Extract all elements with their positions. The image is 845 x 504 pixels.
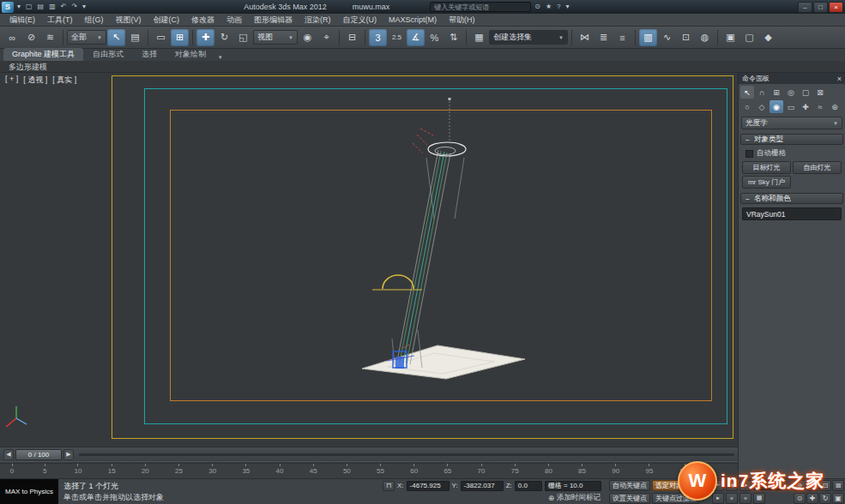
category-shapes-icon[interactable]: ◇ bbox=[755, 100, 769, 113]
new-scene-icon[interactable]: ▢ bbox=[24, 1, 34, 13]
tab-create-icon[interactable]: ↖ bbox=[740, 86, 754, 99]
select-object-icon[interactable]: ↖ bbox=[107, 29, 125, 46]
selection-filter-dropdown[interactable]: 全部 ▼ bbox=[67, 30, 106, 45]
select-by-name-icon[interactable]: ▤ bbox=[126, 29, 144, 46]
tab-modify-icon[interactable]: ∩ bbox=[755, 86, 769, 99]
search-icon[interactable]: ⊙ bbox=[533, 1, 542, 13]
edit-named-selection-icon[interactable]: ▦ bbox=[470, 29, 488, 46]
maxscript-mini-listener[interactable]: MAX to Physics bbox=[0, 479, 58, 504]
ribbon-tab-object-paint[interactable]: 对象绘制 bbox=[166, 48, 214, 61]
object-name-field[interactable]: VRaySun01 bbox=[742, 207, 842, 220]
time-slider-track[interactable] bbox=[79, 453, 734, 456]
orbit-icon[interactable]: ↻ bbox=[819, 493, 831, 504]
previous-frame-icon[interactable]: ◀ bbox=[726, 480, 738, 491]
time-configuration-icon[interactable]: ▦ bbox=[753, 493, 765, 504]
tab-motion-icon[interactable]: ◎ bbox=[784, 86, 798, 99]
app-menu-caret-icon[interactable]: ▾ bbox=[15, 1, 22, 13]
named-selection-set-dropdown[interactable]: 创建选择集 ▼ bbox=[489, 30, 568, 45]
menu-item-rendering[interactable]: 渲染(R) bbox=[299, 14, 337, 27]
x-coordinate-field[interactable]: -4675.925 bbox=[407, 481, 450, 491]
target-light-button[interactable]: 目标灯光 bbox=[742, 161, 791, 174]
infocenter-caret-icon[interactable]: ▾ bbox=[564, 1, 571, 13]
menu-item-modifiers[interactable]: 修改器 bbox=[185, 14, 220, 27]
menu-item-help[interactable]: 帮助(H) bbox=[443, 14, 481, 27]
tab-utilities-icon[interactable]: ⊠ bbox=[813, 86, 827, 99]
menu-item-animation[interactable]: 动画 bbox=[220, 14, 248, 27]
pan-icon[interactable]: ✚ bbox=[806, 493, 818, 504]
bind-to-spacewarp-icon[interactable]: ≋ bbox=[41, 29, 59, 46]
select-and-move-icon[interactable]: ✚ bbox=[196, 29, 214, 46]
play-animation-icon[interactable]: ▶ bbox=[739, 480, 751, 491]
snap-toggle-25d-icon[interactable]: 2.5 bbox=[388, 29, 406, 46]
free-light-button[interactable]: 自由灯光 bbox=[793, 161, 842, 174]
category-lights-icon[interactable]: ◉ bbox=[770, 100, 783, 113]
tab-hierarchy-icon[interactable]: ⊞ bbox=[770, 86, 783, 99]
zoom-icon[interactable]: ⊕ bbox=[794, 480, 806, 491]
restore-button[interactable]: □ bbox=[813, 2, 828, 13]
y-coordinate-field[interactable]: -3822.037 bbox=[461, 481, 504, 491]
maximize-viewport-icon[interactable]: ▣ bbox=[832, 493, 844, 504]
quick-access-caret-icon[interactable]: ▾ bbox=[81, 1, 88, 13]
menu-item-create[interactable]: 创建(C) bbox=[148, 14, 186, 27]
menu-item-group[interactable]: 组(G) bbox=[79, 14, 110, 27]
rendered-frame-window-icon[interactable]: ▢ bbox=[740, 29, 758, 46]
light-type-dropdown[interactable]: 光度学 ▼ bbox=[741, 117, 842, 129]
select-and-manipulate-icon[interactable]: ⌖ bbox=[317, 29, 335, 46]
graphite-ribbon-toggle-icon[interactable]: ▥ bbox=[639, 29, 657, 46]
mr-sky-portal-button[interactable]: mr Sky 门户 bbox=[742, 176, 791, 189]
unlink-selection-icon[interactable]: ⊘ bbox=[22, 29, 40, 46]
align-icon[interactable]: ≣ bbox=[595, 29, 613, 46]
infocenter-search-input[interactable] bbox=[430, 2, 531, 12]
menu-item-customize[interactable]: 自定义(U) bbox=[337, 14, 383, 27]
rewind-icon[interactable]: « bbox=[726, 493, 738, 504]
zoom-region-icon[interactable]: ⊠ bbox=[832, 480, 844, 491]
render-setup-icon[interactable]: ▣ bbox=[721, 29, 739, 46]
select-and-scale-icon[interactable]: ◱ bbox=[234, 29, 252, 46]
select-and-link-icon[interactable]: ∞ bbox=[3, 29, 21, 46]
category-spacewarps-icon[interactable]: ≈ bbox=[813, 100, 827, 113]
material-editor-icon[interactable]: ◍ bbox=[696, 29, 714, 46]
zoom-extents-icon[interactable]: ⊡ bbox=[819, 480, 831, 491]
curve-editor-icon[interactable]: ∿ bbox=[658, 29, 676, 46]
category-systems-icon[interactable]: ⊛ bbox=[828, 100, 842, 113]
favorites-star-icon[interactable]: ★ bbox=[544, 1, 553, 13]
add-time-tag-button[interactable]: 添加时间标记 bbox=[557, 493, 601, 503]
snap-toggle-3d-icon[interactable]: 3 bbox=[369, 29, 387, 46]
menu-item-edit[interactable]: 编辑(E) bbox=[3, 14, 41, 27]
autogrid-checkbox[interactable] bbox=[745, 150, 753, 158]
category-cameras-icon[interactable]: ▭ bbox=[784, 100, 798, 113]
help-icon[interactable]: ? bbox=[555, 1, 562, 13]
rollout-name-color[interactable]: − 名称和颜色 bbox=[740, 193, 843, 204]
tab-display-icon[interactable]: ▢ bbox=[799, 86, 812, 99]
menu-item-graph-editors[interactable]: 图形编辑器 bbox=[248, 14, 299, 27]
ribbon-collapse-icon[interactable]: ▾ bbox=[215, 54, 226, 61]
zoom-all-icon[interactable]: ⊞ bbox=[806, 480, 818, 491]
fast-forward-icon[interactable]: » bbox=[739, 493, 751, 504]
spinner-snap-icon[interactable]: ⇅ bbox=[444, 29, 462, 46]
key-mode-toggle-icon[interactable]: ▸ bbox=[712, 493, 724, 504]
ribbon-tab-selection[interactable]: 选择 bbox=[133, 48, 166, 61]
time-slider-handle[interactable]: 0 / 100 bbox=[15, 449, 62, 460]
open-file-icon[interactable]: ▤ bbox=[36, 1, 46, 13]
angle-snap-icon[interactable]: ∡ bbox=[407, 29, 425, 46]
ribbon-panel-polygon-modeling[interactable]: 多边形建模 bbox=[0, 61, 845, 73]
minimize-button[interactable]: – bbox=[798, 2, 812, 13]
use-pivot-center-icon[interactable]: ◉ bbox=[299, 29, 317, 46]
viewport-shading-button[interactable]: [ 真实 ] bbox=[52, 75, 76, 86]
scene-model-streetlamp[interactable] bbox=[0, 73, 738, 447]
field-of-view-icon[interactable]: ⊙ bbox=[794, 493, 806, 504]
redo-icon[interactable]: ↷ bbox=[69, 1, 79, 13]
reference-coordinate-dropdown[interactable]: 视图 ▼ bbox=[253, 30, 298, 45]
category-geometry-icon[interactable]: ○ bbox=[740, 100, 754, 113]
close-button[interactable]: × bbox=[829, 2, 843, 13]
render-production-icon[interactable]: ◆ bbox=[759, 29, 777, 46]
z-coordinate-field[interactable]: 0.0 bbox=[515, 481, 542, 491]
go-to-start-icon[interactable]: ⇤ bbox=[712, 480, 724, 491]
viewport-menu-button[interactable]: [ + ] bbox=[5, 75, 18, 86]
window-crossing-icon[interactable]: ⊞ bbox=[171, 29, 189, 46]
max-logo-icon[interactable]: S bbox=[2, 2, 14, 13]
current-frame-field[interactable]: 0 bbox=[753, 480, 782, 490]
menu-item-maxscript[interactable]: MAXScript(M) bbox=[383, 14, 443, 27]
close-icon[interactable]: × bbox=[837, 75, 842, 83]
ribbon-tab-freeform[interactable]: 自由形式 bbox=[84, 48, 132, 61]
